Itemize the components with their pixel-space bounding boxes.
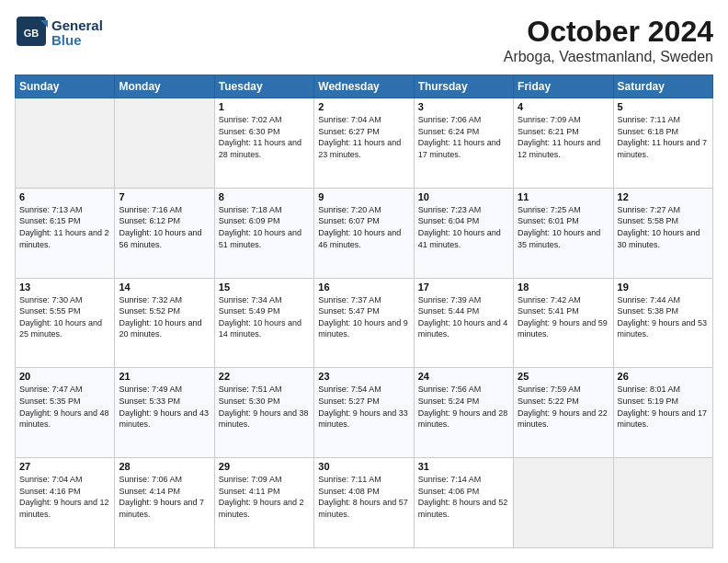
- header: GB General Blue October 2024 Arboga, Vae…: [15, 15, 713, 65]
- calendar-day-cell: 22Sunrise: 7:51 AMSunset: 5:30 PMDayligh…: [214, 368, 313, 458]
- calendar-day-cell: 20Sunrise: 7:47 AMSunset: 5:35 PMDayligh…: [16, 368, 115, 458]
- day-info: Sunrise: 7:44 AMSunset: 5:38 PMDaylight:…: [618, 294, 709, 340]
- day-info: Sunrise: 7:39 AMSunset: 5:44 PMDaylight:…: [418, 294, 509, 340]
- calendar-day-cell: [115, 98, 214, 189]
- day-number: 17: [418, 282, 509, 293]
- day-number: 2: [318, 101, 409, 112]
- day-info: Sunrise: 7:37 AMSunset: 5:47 PMDaylight:…: [318, 294, 409, 340]
- header-saturday: Saturday: [613, 75, 712, 98]
- day-info: Sunrise: 7:49 AMSunset: 5:33 PMDaylight:…: [119, 384, 210, 430]
- page-title: October 2024: [504, 15, 713, 49]
- title-block: October 2024 Arboga, Vaestmanland, Swede…: [504, 15, 713, 65]
- logo-icon: GB: [15, 15, 48, 52]
- day-number: 18: [518, 282, 609, 293]
- day-info: Sunrise: 7:02 AMSunset: 6:30 PMDaylight:…: [219, 114, 310, 160]
- day-info: Sunrise: 7:06 AMSunset: 6:24 PMDaylight:…: [418, 114, 509, 160]
- day-number: 15: [219, 282, 310, 293]
- day-info: Sunrise: 7:13 AMSunset: 6:15 PMDaylight:…: [19, 204, 110, 250]
- calendar-week-row: 20Sunrise: 7:47 AMSunset: 5:35 PMDayligh…: [16, 368, 713, 458]
- day-info: Sunrise: 7:27 AMSunset: 5:58 PMDaylight:…: [618, 204, 709, 250]
- calendar-day-cell: 24Sunrise: 7:56 AMSunset: 5:24 PMDayligh…: [414, 368, 513, 458]
- day-number: 3: [418, 101, 509, 112]
- day-number: 7: [119, 191, 210, 202]
- calendar-day-cell: 31Sunrise: 7:14 AMSunset: 4:06 PMDayligh…: [414, 458, 513, 548]
- day-number: 27: [19, 461, 110, 472]
- day-number: 25: [518, 371, 609, 382]
- day-number: 22: [219, 371, 310, 382]
- calendar-day-cell: 26Sunrise: 8:01 AMSunset: 5:19 PMDayligh…: [613, 368, 712, 458]
- day-number: 1: [219, 101, 310, 112]
- svg-text:GB: GB: [24, 28, 40, 39]
- header-friday: Friday: [514, 75, 613, 98]
- day-number: 9: [318, 191, 409, 202]
- calendar-day-cell: 25Sunrise: 7:59 AMSunset: 5:22 PMDayligh…: [514, 368, 613, 458]
- day-info: Sunrise: 7:32 AMSunset: 5:52 PMDaylight:…: [119, 294, 210, 340]
- calendar-day-cell: 19Sunrise: 7:44 AMSunset: 5:38 PMDayligh…: [613, 278, 712, 368]
- day-info: Sunrise: 7:59 AMSunset: 5:22 PMDaylight:…: [518, 384, 609, 430]
- page: GB General Blue October 2024 Arboga, Vae…: [0, 0, 728, 563]
- day-number: 4: [518, 101, 609, 112]
- calendar-table: Sunday Monday Tuesday Wednesday Thursday…: [15, 75, 713, 548]
- header-thursday: Thursday: [414, 75, 513, 98]
- header-sunday: Sunday: [16, 75, 115, 98]
- calendar-day-cell: 1Sunrise: 7:02 AMSunset: 6:30 PMDaylight…: [214, 98, 313, 189]
- logo: GB General Blue: [15, 15, 103, 52]
- day-number: 28: [119, 461, 210, 472]
- day-number: 30: [318, 461, 409, 472]
- day-number: 13: [19, 282, 110, 293]
- day-info: Sunrise: 7:18 AMSunset: 6:09 PMDaylight:…: [219, 204, 310, 250]
- day-info: Sunrise: 7:42 AMSunset: 5:41 PMDaylight:…: [518, 294, 609, 340]
- calendar-day-cell: 18Sunrise: 7:42 AMSunset: 5:41 PMDayligh…: [514, 278, 613, 368]
- calendar-day-cell: 17Sunrise: 7:39 AMSunset: 5:44 PMDayligh…: [414, 278, 513, 368]
- day-info: Sunrise: 7:30 AMSunset: 5:55 PMDaylight:…: [19, 294, 110, 340]
- day-info: Sunrise: 7:04 AMSunset: 4:16 PMDaylight:…: [19, 474, 110, 520]
- calendar-day-cell: 2Sunrise: 7:04 AMSunset: 6:27 PMDaylight…: [314, 98, 414, 189]
- calendar-day-cell: 16Sunrise: 7:37 AMSunset: 5:47 PMDayligh…: [314, 278, 414, 368]
- calendar-day-cell: [613, 458, 712, 548]
- day-number: 16: [318, 282, 409, 293]
- day-info: Sunrise: 7:11 AMSunset: 4:08 PMDaylight:…: [318, 474, 409, 520]
- day-info: Sunrise: 7:14 AMSunset: 4:06 PMDaylight:…: [418, 474, 509, 520]
- day-number: 31: [418, 461, 509, 472]
- calendar-day-cell: 12Sunrise: 7:27 AMSunset: 5:58 PMDayligh…: [613, 188, 712, 278]
- day-info: Sunrise: 7:47 AMSunset: 5:35 PMDaylight:…: [19, 384, 110, 430]
- day-number: 8: [219, 191, 310, 202]
- day-info: Sunrise: 7:09 AMSunset: 4:11 PMDaylight:…: [219, 474, 310, 520]
- calendar-day-cell: 3Sunrise: 7:06 AMSunset: 6:24 PMDaylight…: [414, 98, 513, 189]
- calendar-day-cell: 9Sunrise: 7:20 AMSunset: 6:07 PMDaylight…: [314, 188, 414, 278]
- calendar-day-cell: [514, 458, 613, 548]
- day-number: 5: [618, 101, 709, 112]
- day-info: Sunrise: 7:34 AMSunset: 5:49 PMDaylight:…: [219, 294, 310, 340]
- calendar-week-row: 13Sunrise: 7:30 AMSunset: 5:55 PMDayligh…: [16, 278, 713, 368]
- day-info: Sunrise: 7:56 AMSunset: 5:24 PMDaylight:…: [418, 384, 509, 430]
- day-info: Sunrise: 7:06 AMSunset: 4:14 PMDaylight:…: [119, 474, 210, 520]
- calendar-week-row: 1Sunrise: 7:02 AMSunset: 6:30 PMDaylight…: [16, 98, 713, 189]
- day-info: Sunrise: 8:01 AMSunset: 5:19 PMDaylight:…: [618, 384, 709, 430]
- calendar-day-cell: 6Sunrise: 7:13 AMSunset: 6:15 PMDaylight…: [16, 188, 115, 278]
- day-info: Sunrise: 7:04 AMSunset: 6:27 PMDaylight:…: [318, 114, 409, 160]
- day-info: Sunrise: 7:11 AMSunset: 6:18 PMDaylight:…: [618, 114, 709, 160]
- calendar-day-cell: 28Sunrise: 7:06 AMSunset: 4:14 PMDayligh…: [115, 458, 214, 548]
- header-tuesday: Tuesday: [214, 75, 313, 98]
- header-wednesday: Wednesday: [314, 75, 414, 98]
- day-number: 12: [618, 191, 709, 202]
- header-monday: Monday: [115, 75, 214, 98]
- calendar-day-cell: 5Sunrise: 7:11 AMSunset: 6:18 PMDaylight…: [613, 98, 712, 189]
- day-number: 14: [119, 282, 210, 293]
- calendar-day-cell: 10Sunrise: 7:23 AMSunset: 6:04 PMDayligh…: [414, 188, 513, 278]
- day-info: Sunrise: 7:54 AMSunset: 5:27 PMDaylight:…: [318, 384, 409, 430]
- calendar-day-cell: 4Sunrise: 7:09 AMSunset: 6:21 PMDaylight…: [514, 98, 613, 189]
- day-info: Sunrise: 7:16 AMSunset: 6:12 PMDaylight:…: [119, 204, 210, 250]
- calendar-day-cell: 30Sunrise: 7:11 AMSunset: 4:08 PMDayligh…: [314, 458, 414, 548]
- logo-line2: Blue: [51, 33, 103, 49]
- calendar-day-cell: 7Sunrise: 7:16 AMSunset: 6:12 PMDaylight…: [115, 188, 214, 278]
- calendar-day-cell: 21Sunrise: 7:49 AMSunset: 5:33 PMDayligh…: [115, 368, 214, 458]
- weekday-header-row: Sunday Monday Tuesday Wednesday Thursday…: [16, 75, 713, 98]
- calendar-week-row: 6Sunrise: 7:13 AMSunset: 6:15 PMDaylight…: [16, 188, 713, 278]
- day-number: 11: [518, 191, 609, 202]
- day-number: 24: [418, 371, 509, 382]
- day-info: Sunrise: 7:20 AMSunset: 6:07 PMDaylight:…: [318, 204, 409, 250]
- calendar-day-cell: 8Sunrise: 7:18 AMSunset: 6:09 PMDaylight…: [214, 188, 313, 278]
- calendar-day-cell: 11Sunrise: 7:25 AMSunset: 6:01 PMDayligh…: [514, 188, 613, 278]
- day-number: 21: [119, 371, 210, 382]
